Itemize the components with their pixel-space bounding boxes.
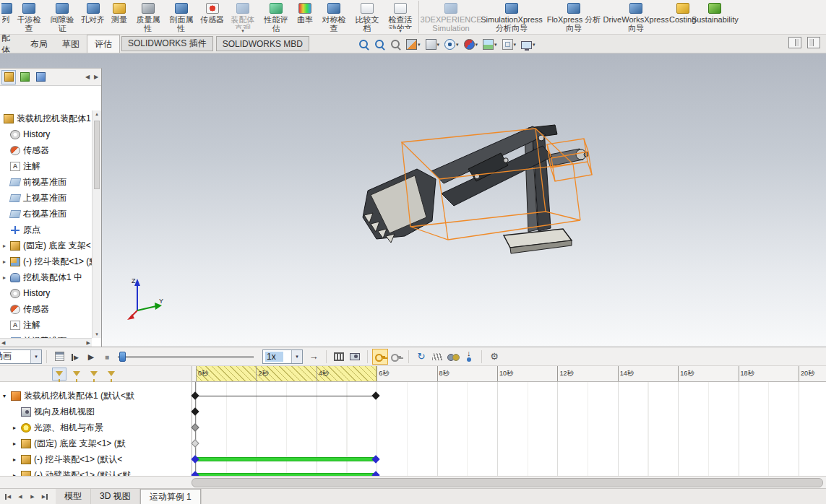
- keyframe-diamond[interactable]: [191, 439, 199, 447]
- toolbar-button[interactable]: 列: [1, 1, 12, 33]
- filter-animated-button[interactable]: [69, 368, 84, 381]
- calculate-button[interactable]: [51, 349, 67, 365]
- headsup-button[interactable]: [357, 37, 371, 53]
- commandmanager-tab[interactable]: 布局: [23, 35, 55, 53]
- toolbar-button[interactable]: 检查活动的文档: [384, 1, 417, 33]
- graphics-area[interactable]: Z Y: [0, 53, 826, 347]
- motion-tree-item[interactable]: 装载机挖机装配体1 (默认<默: [0, 388, 826, 404]
- scrollbar-thumb[interactable]: [94, 121, 100, 189]
- base-plate[interactable]: [504, 229, 572, 253]
- add-key-button[interactable]: [388, 349, 404, 365]
- document-tab[interactable]: 运动算例 1: [140, 489, 201, 504]
- document-tab[interactable]: 模型: [56, 489, 91, 504]
- keyframe-diamond[interactable]: [191, 391, 199, 399]
- scroll-right-icon[interactable]: [87, 340, 90, 346]
- toolbar-button[interactable]: 性能评估: [259, 1, 293, 33]
- headsup-button[interactable]: [405, 37, 422, 53]
- feature-tree-item[interactable]: 上视基准面: [0, 190, 92, 206]
- motion-track[interactable]: [192, 404, 826, 420]
- keyframe-diamond[interactable]: [191, 471, 199, 476]
- motion-tree-item[interactable]: (固定) 底座 支架<1> (默: [0, 435, 826, 451]
- document-tab[interactable]: 3D 视图: [91, 489, 140, 504]
- timeline-slider[interactable]: [118, 350, 254, 363]
- timeline-hscrollbar[interactable]: [0, 476, 826, 489]
- feature-tree-item[interactable]: 前视基准面: [0, 174, 92, 190]
- toolbar-button[interactable]: 剖面属性: [165, 1, 198, 33]
- headsup-button[interactable]: [501, 37, 518, 53]
- panel-scroll-left-icon[interactable]: [84, 74, 91, 80]
- headsup-button[interactable]: [424, 37, 442, 53]
- play-from-start-button[interactable]: [67, 349, 83, 365]
- timeline-ruler[interactable]: 0秒2秒4秒6秒8秒10秒12秒14秒16秒18秒20秒: [192, 366, 826, 382]
- toolbar-button[interactable]: 比较文档: [350, 1, 384, 33]
- motion-study-properties-button[interactable]: [486, 349, 502, 365]
- stop-button[interactable]: [99, 349, 115, 365]
- feature-tree-item[interactable]: 前视基准面: [0, 333, 92, 338]
- graphics-svg[interactable]: Z Y: [0, 53, 826, 347]
- motion-tree-item[interactable]: (-) 动臂装配<1> (默认<默: [0, 467, 826, 476]
- commandmanager-tab[interactable]: SOLIDWORKS 插件: [121, 36, 213, 51]
- feature-tree-item[interactable]: 原点: [0, 222, 92, 238]
- toolbar-button[interactable]: 3DEXPERIENCE Simulation Connector: [418, 1, 481, 33]
- slider-track[interactable]: [118, 356, 254, 358]
- motion-track[interactable]: [192, 420, 826, 435]
- toolbar-button[interactable]: DriveWorksXpress 向导: [605, 1, 667, 33]
- animation-duration-bar[interactable]: [195, 457, 376, 461]
- feature-tree-item[interactable]: 传感器: [0, 301, 92, 317]
- feature-tree-item[interactable]: History: [0, 285, 92, 301]
- animation-wizard-button[interactable]: [347, 349, 363, 365]
- motion-tree-cell[interactable]: 光源、相机与布景: [0, 420, 192, 435]
- headsup-button[interactable]: [373, 37, 387, 53]
- motion-tree-item[interactable]: 视向及相机视图: [0, 404, 826, 420]
- keyframe-diamond[interactable]: [191, 423, 199, 431]
- filter-results-button[interactable]: [104, 368, 119, 381]
- toolbar-button[interactable]: Sustainability: [698, 1, 731, 33]
- play-button[interactable]: [83, 349, 99, 365]
- expand-arrow-icon[interactable]: [13, 456, 21, 463]
- last-tab-icon[interactable]: [39, 491, 51, 503]
- tab-featuremanager[interactable]: [1, 70, 16, 84]
- headsup-button[interactable]: [389, 37, 403, 53]
- scroll-up-icon[interactable]: [93, 111, 101, 117]
- expand-arrow-icon[interactable]: [3, 258, 10, 265]
- motion-track[interactable]: [192, 467, 826, 476]
- filter-all-button[interactable]: [52, 368, 66, 381]
- scrollbar-thumb[interactable]: [192, 478, 823, 487]
- next-tab-icon[interactable]: [27, 491, 38, 503]
- motion-tree-cell[interactable]: (-) 动臂装配<1> (默认<默: [0, 467, 192, 476]
- motion-track[interactable]: [192, 435, 826, 451]
- headsup-button[interactable]: [443, 37, 460, 53]
- toolbar-button[interactable]: FloXpress 分析向导: [543, 1, 605, 33]
- motion-tree-cell[interactable]: 装载机挖机装配体1 (默认<默: [0, 388, 192, 404]
- headsup-button[interactable]: [481, 37, 499, 53]
- motion-track[interactable]: [192, 388, 826, 404]
- contact-button[interactable]: [445, 349, 461, 365]
- motion-tree-item[interactable]: 光源、相机与布景: [0, 420, 826, 435]
- gravity-button[interactable]: [461, 349, 477, 365]
- feature-tree-item[interactable]: 注解: [0, 317, 92, 333]
- animation-duration-bar[interactable]: [195, 473, 376, 476]
- expand-arrow-icon[interactable]: [3, 393, 11, 399]
- toolbar-button[interactable]: 测量: [107, 1, 132, 33]
- feature-tree-item[interactable]: 右视基准面: [0, 206, 92, 222]
- autokey-button[interactable]: [372, 349, 388, 365]
- feature-tree-item[interactable]: 挖机装配体1 中: [0, 269, 92, 285]
- previous-tab-icon[interactable]: [14, 491, 26, 503]
- scroll-down-icon[interactable]: [93, 331, 101, 337]
- toolbar-button[interactable]: 传感器: [198, 1, 226, 33]
- pane-right-icon[interactable]: [807, 37, 820, 48]
- panel-scroll-right-icon[interactable]: [93, 74, 100, 80]
- playback-mode-button[interactable]: [306, 349, 322, 365]
- keyframe-diamond[interactable]: [372, 391, 380, 399]
- toolbar-button[interactable]: 质量属性: [132, 1, 165, 33]
- feature-tree-hscrollbar[interactable]: [0, 338, 92, 347]
- tab-propertymanager[interactable]: [17, 70, 32, 84]
- feature-tree-item[interactable]: (固定) 底座 支架<: [0, 238, 92, 253]
- toolbar-button[interactable]: 装配体直观: [226, 1, 259, 33]
- filter-driving-button[interactable]: [87, 368, 101, 381]
- toolbar-button[interactable]: SimulationXpress 分析向导: [481, 1, 543, 33]
- expand-arrow-icon[interactable]: [3, 243, 10, 249]
- feature-tree-item[interactable]: 装载机挖机装配体1 (默: [0, 110, 92, 126]
- toolbar-button[interactable]: 间隙验证: [46, 1, 79, 33]
- toolbar-button[interactable]: 曲率: [293, 1, 317, 33]
